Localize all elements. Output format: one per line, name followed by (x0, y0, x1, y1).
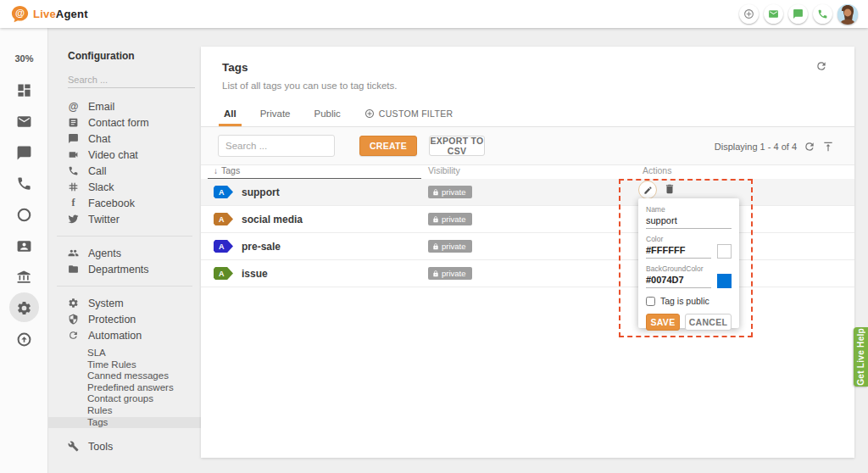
background-color-swatch[interactable] (717, 274, 732, 288)
sort-down-icon: ↓ (214, 166, 218, 175)
chats-button[interactable] (788, 4, 808, 24)
table-row-pre-sale[interactable]: A pre-sale private (201, 233, 854, 260)
sidebar-item-label: Call (88, 165, 107, 177)
sidebar-item-label: Email (88, 101, 114, 113)
tags-search-input[interactable] (218, 135, 335, 157)
sidebar-subitem-time-rules[interactable]: Time Rules (48, 359, 201, 371)
calls-button[interactable] (813, 4, 832, 24)
visibility-badge: private (428, 186, 472, 198)
avatar-image (837, 4, 858, 25)
sidebar-subitem-canned-messages[interactable]: Canned messages (48, 370, 201, 382)
sidebar-search-input[interactable] (68, 72, 195, 88)
header-actions (739, 0, 858, 28)
tag-color-badge: A (214, 186, 233, 198)
sidebar-item-slack[interactable]: Slack (48, 179, 201, 195)
sidebar-item-agents[interactable]: Agents (48, 245, 201, 261)
sidebar-item-facebook[interactable]: f Facebook (48, 195, 201, 211)
table-row-issue[interactable]: A issue private (201, 260, 854, 287)
scroll-top-button[interactable] (822, 141, 834, 153)
edit-tag-popup: Name support Color #FFFFFF BackGroundCol… (638, 198, 739, 328)
form-icon (68, 117, 79, 128)
sidebar-item-call[interactable]: Call (48, 163, 201, 179)
refresh-button[interactable] (815, 60, 827, 75)
sidebar-item-departments[interactable]: Departments (48, 261, 201, 277)
rail-item-contacts[interactable] (0, 236, 48, 256)
sidebar-item-video-chat[interactable]: Video chat (48, 147, 201, 163)
emails-button[interactable] (764, 4, 783, 24)
facebook-icon: f (68, 197, 79, 209)
table-header: ↓ Tags Visibility Actions (201, 165, 854, 179)
save-button[interactable]: SAVE (646, 314, 680, 331)
sidebar-item-automation[interactable]: Automation (48, 327, 201, 343)
rail-item-chat[interactable] (0, 142, 48, 163)
delete-tag-button[interactable] (664, 183, 676, 195)
sidebar-item-label: Twitter (88, 214, 120, 225)
refresh-list-button[interactable] (804, 141, 815, 153)
color-input[interactable]: #FFFFFF (646, 243, 711, 259)
sidebar-divider (57, 286, 192, 287)
toolbar-right: Displaying 1 - 4 of 4 (715, 127, 834, 165)
table-row-support[interactable]: A support private (201, 179, 854, 206)
rail-item-call[interactable] (0, 173, 48, 193)
logo-bubble-icon: @ (11, 5, 29, 23)
sidebar-subitem-sla[interactable]: SLA (48, 348, 201, 359)
column-label: Tags (221, 165, 240, 175)
sidebar-item-protection[interactable]: Protection (48, 311, 201, 327)
rail-item-settings[interactable] (0, 298, 48, 318)
export-csv-button[interactable]: EXPORT TO CSV (429, 136, 485, 156)
at-icon: @ (68, 101, 79, 113)
tags-card: Tags List of all tags you can use to tag… (201, 47, 854, 458)
contact-card-icon (16, 238, 32, 254)
color-swatch[interactable] (717, 244, 732, 259)
visibility-badge: private (428, 213, 472, 225)
tab-bar: All Private Public CUSTOM FILTER (201, 101, 854, 127)
phone-icon (16, 175, 32, 192)
create-button[interactable]: CREATE (359, 136, 417, 156)
background-color-input[interactable]: #0074D7 (646, 273, 711, 288)
sidebar-subitem-tags[interactable]: Tags (48, 417, 201, 429)
visibility-badge: private (428, 267, 472, 280)
name-input[interactable]: support (646, 214, 732, 229)
visibility-label: private (442, 187, 466, 197)
tag-is-public-checkbox[interactable] (646, 297, 655, 306)
addon-circle-icon (16, 331, 32, 348)
column-visibility[interactable]: Visibility (428, 165, 460, 175)
sidebar-subitem-rules[interactable]: Rules (48, 405, 201, 417)
user-avatar[interactable] (837, 4, 858, 25)
get-live-help-tab[interactable]: Get Live Help (854, 327, 868, 387)
tab-all[interactable]: All (212, 101, 248, 126)
sidebar-item-system[interactable]: System (48, 295, 201, 311)
page-title: Tags (222, 61, 248, 74)
sidebar-item-email[interactable]: @ Email (48, 98, 201, 114)
sidebar-subitem-predefined-answers[interactable]: Predefined answers (48, 382, 201, 394)
phone-icon (68, 165, 79, 176)
rail-item-company[interactable] (0, 266, 48, 287)
sidebar-item-label: Protection (88, 314, 136, 326)
rail-item-addons[interactable] (0, 329, 48, 349)
logo-text: LiveAgent (33, 8, 88, 20)
sidebar-item-label: Chat (88, 133, 110, 145)
wrench-icon (68, 441, 79, 452)
edit-tag-button[interactable] (638, 181, 657, 199)
slack-icon (68, 181, 79, 192)
rail-item-time[interactable] (0, 204, 48, 225)
sidebar-item-twitter[interactable]: Twitter (48, 211, 201, 227)
cancel-button[interactable]: CANCEL (685, 314, 732, 331)
sidebar-subitem-contact-groups[interactable]: Contact groups (48, 393, 201, 405)
sidebar-item-tools[interactable]: Tools (48, 438, 201, 454)
liveagent-logo[interactable]: @ LiveAgent (11, 5, 88, 23)
tags-table-body: A support private A social media private… (201, 179, 854, 287)
rail-item-dashboard[interactable] (0, 80, 48, 100)
tab-private[interactable]: Private (248, 101, 303, 126)
tab-custom-filter[interactable]: CUSTOM FILTER (353, 101, 465, 126)
tag-name: support (242, 186, 280, 198)
column-tags[interactable]: ↓ Tags (214, 165, 240, 175)
sidebar-item-contact-form[interactable]: Contact form (48, 114, 201, 131)
rail-item-tickets[interactable] (0, 111, 48, 131)
tab-public[interactable]: Public (303, 101, 353, 126)
sidebar-item-chat[interactable]: Chat (48, 131, 201, 147)
visibility-label: private (442, 242, 466, 251)
add-new-button[interactable] (739, 4, 759, 24)
table-row-social-media[interactable]: A social media private (201, 206, 854, 233)
lock-icon (432, 243, 439, 250)
